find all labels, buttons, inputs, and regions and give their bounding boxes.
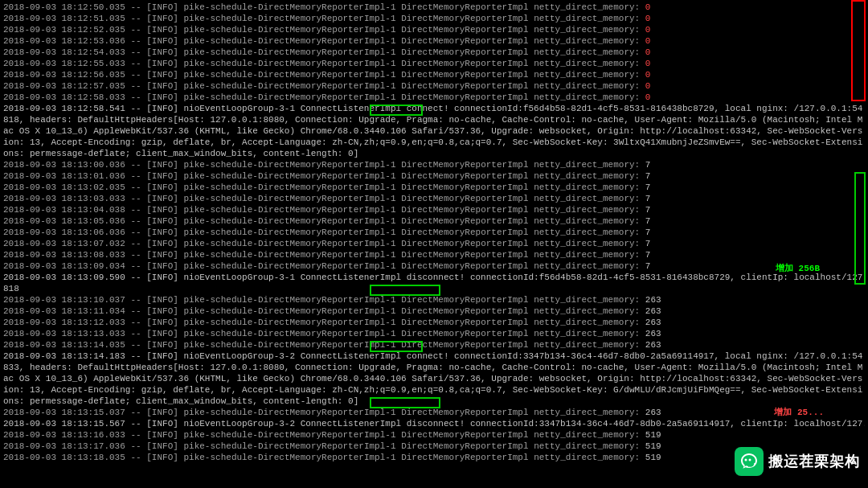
log-line: 2018-09-03 18:13:09.034 -- [INFO] pike-s…: [3, 260, 865, 272]
log-line: 2018-09-03 18:13:10.037 -- [INFO] pike-s…: [3, 294, 865, 306]
annotation-256b: 增加 256B: [776, 262, 820, 274]
log-line: 2018-09-03 18:13:03.033 -- [INFO] pike-s…: [3, 193, 865, 204]
log-line: 2018-09-03 18:13:00.036 -- [INFO] pike-s…: [3, 159, 865, 170]
log-line: 2018-09-03 18:12:57.035 -- [INFO] pike-s…: [3, 80, 865, 92]
log-line: 2018-09-03 18:13:14.035 -- [INFO] pike-s…: [3, 339, 865, 351]
log-line: 2018-09-03 18:12:50.035 -- [INFO] pike-s…: [3, 2, 865, 13]
log-line: 2018-09-03 18:13:06.036 -- [INFO] pike-s…: [3, 227, 865, 238]
log-line: 2018-09-03 18:13:12.033 -- [INFO] pike-s…: [3, 317, 865, 328]
log-line: 2018-09-03 18:12:55.033 -- [INFO] pike-s…: [3, 58, 865, 69]
disconnect-event-1: 2018-09-03 18:13:09.590 -- [INFO] nioEve…: [3, 272, 865, 283]
log-line: 2018-09-03 18:13:11.034 -- [INFO] pike-s…: [3, 306, 865, 317]
log-line: 2018-09-03 18:12:54.033 -- [INFO] pike-s…: [3, 47, 865, 58]
spacer-line: 818: [3, 283, 865, 294]
263-lines-section: 2018-09-03 18:13:10.037 -- [INFO] pike-s…: [3, 294, 865, 351]
zero-lines-section: 2018-09-03 18:12:50.035 -- [INFO] pike-s…: [3, 2, 865, 103]
log-line: 2018-09-03 18:13:13.033 -- [INFO] pike-s…: [3, 328, 865, 339]
lines4-section: 2018-09-03 18:13:15.037 -- [INFO] pike-s…: [3, 407, 865, 418]
log-line: 2018-09-03 18:12:58.033 -- [INFO] pike-s…: [3, 92, 865, 103]
wechat-icon: [735, 447, 764, 476]
log-line: 2018-09-03 18:13:01.036 -- [INFO] pike-s…: [3, 170, 865, 182]
log-line: 2018-09-03 18:13:16.033 -- [INFO] pike-s…: [3, 429, 865, 441]
annotation-25x: 增加 25...: [774, 406, 824, 418]
connect-event-2: 2018-09-03 18:13:14.183 -- [INFO] nioEve…: [3, 351, 865, 407]
log-line: 2018-09-03 18:13:04.038 -- [INFO] pike-s…: [3, 204, 865, 215]
log-line: 2018-09-03 18:13:05.036 -- [INFO] pike-s…: [3, 215, 865, 227]
log-line: 2018-09-03 18:13:02.035 -- [INFO] pike-s…: [3, 182, 865, 193]
log-line: 2018-09-03 18:13:15.037 -- [INFO] pike-s…: [3, 407, 865, 418]
disconnect-event-2: 2018-09-03 18:13:15.567 -- [INFO] nioEve…: [3, 418, 865, 429]
svg-point-0: [745, 459, 747, 461]
watermark-text: 搬运茬栗架构: [768, 452, 860, 471]
log-container: 2018-09-03 18:12:50.035 -- [INFO] pike-s…: [0, 0, 868, 488]
log-line: 2018-09-03 18:13:08.033 -- [INFO] pike-s…: [3, 249, 865, 260]
log-line: 2018-09-03 18:12:56.035 -- [INFO] pike-s…: [3, 69, 865, 80]
log-line: 2018-09-03 18:12:52.035 -- [INFO] pike-s…: [3, 24, 865, 35]
connect-event-1: 2018-09-03 18:12:58.541 -- [INFO] nioEve…: [3, 103, 865, 159]
log-line: 2018-09-03 18:12:53.036 -- [INFO] pike-s…: [3, 35, 865, 47]
seven-lines-section: 2018-09-03 18:13:00.036 -- [INFO] pike-s…: [3, 159, 865, 272]
watermark: 搬运茬栗架构: [735, 447, 860, 476]
svg-point-1: [749, 459, 751, 461]
log-line: 2018-09-03 18:13:07.032 -- [INFO] pike-s…: [3, 238, 865, 249]
log-line: 2018-09-03 18:12:51.035 -- [INFO] pike-s…: [3, 13, 865, 24]
svg-point-3: [754, 463, 755, 465]
